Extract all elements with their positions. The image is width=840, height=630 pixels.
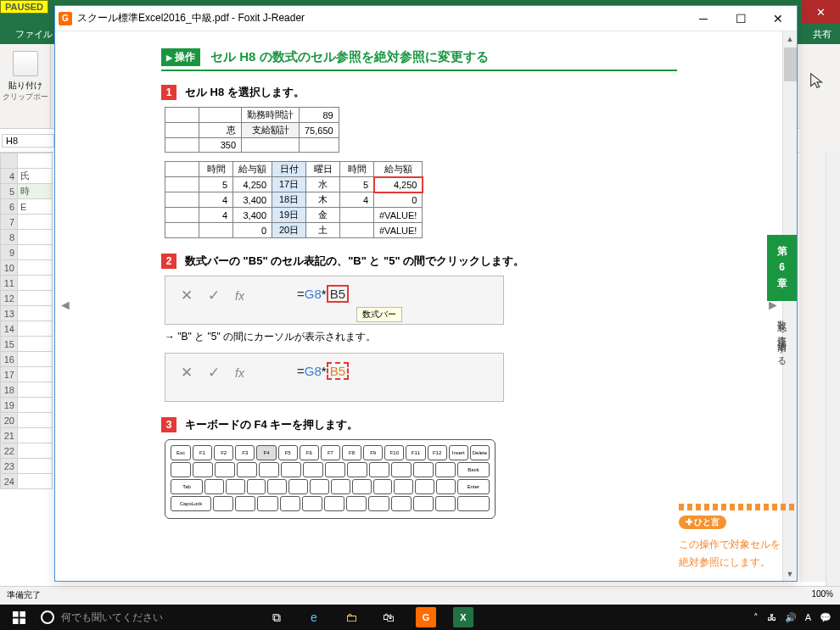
- start-button[interactable]: [0, 605, 37, 630]
- foxit-maximize-button[interactable]: ☐: [722, 6, 759, 31]
- step-text: 数式バーの "B5" のセル表記の、"B" と "5" の間でクリックします。: [185, 254, 524, 269]
- screenshot-table-top: 勤務時間計89 恵支給額計75,650 350: [165, 107, 339, 153]
- confirm-check-icon: ✓: [208, 287, 220, 304]
- paste-label: 貼り付け: [0, 80, 50, 92]
- svg-rect-1: [20, 611, 25, 617]
- formula-bar-screenshot-2: ✕ ✓ fx =G8*B5: [165, 353, 504, 402]
- tray-ime-indicator[interactable]: A: [805, 612, 811, 622]
- key-f9: F9: [363, 445, 383, 460]
- fx-icon: fx: [235, 289, 244, 303]
- foxit-app-icon: G: [59, 12, 72, 25]
- chapter-number-box: 第 6 章: [767, 235, 797, 301]
- screenshot-table-main: 時間 給与額 日付 曜日 時間 給与額 54,25017日水54,250 43,…: [165, 161, 423, 238]
- foxit-body: ◄ ► ▲ ▼ 操作 セル H8 の数式のセル参照を絶対参照に変更する 1 セル…: [55, 31, 797, 581]
- foxit-title: スクール標準Excel2016_中級.pdf - Foxit J-Reader: [77, 11, 685, 25]
- chapter-side-tab: 第 6 章 数式を修正・活用する: [767, 235, 797, 363]
- paste-icon[interactable]: [13, 51, 38, 76]
- formula-bar-screenshot-1: ✕ ✓ fx =G8*B5 数式バー: [165, 276, 504, 325]
- key-f5: F5: [278, 445, 298, 460]
- step-3: 3 キーボードの F4 キーを押します。: [161, 417, 677, 432]
- svg-rect-2: [13, 618, 19, 624]
- key-esc: Esc: [171, 445, 191, 460]
- confirm-check-icon: ✓: [208, 364, 220, 382]
- key-insert: Insert: [449, 445, 468, 460]
- edge-icon[interactable]: e: [295, 605, 333, 630]
- step-number: 3: [161, 417, 176, 432]
- clipboard-group-label: クリップボー: [0, 92, 50, 103]
- key-delete: Delete: [470, 445, 490, 460]
- key-f6: F6: [300, 445, 319, 460]
- clipboard-group: 貼り付け クリップボー: [0, 44, 51, 128]
- excel-close[interactable]: ✕: [802, 0, 840, 24]
- excel-taskbar-icon[interactable]: X: [445, 605, 482, 630]
- cancel-x-icon: ✕: [181, 287, 193, 304]
- foxit-close-button[interactable]: ✕: [759, 6, 797, 31]
- svg-rect-0: [13, 611, 19, 617]
- hint-badge: ひと言: [679, 516, 726, 529]
- task-view-button[interactable]: ⧉: [258, 605, 295, 630]
- cursor-icon: [808, 72, 826, 91]
- svg-rect-3: [20, 618, 25, 624]
- key-f8: F8: [342, 445, 361, 460]
- tray-notifications-icon[interactable]: 💬: [820, 612, 832, 623]
- hint-text: この操作で対象セルを 絶対参照にします。: [679, 536, 794, 572]
- step-number: 2: [161, 254, 176, 269]
- formula-text: =G8*B5: [297, 364, 349, 378]
- cortana-icon: [41, 610, 54, 624]
- key-f11: F11: [406, 445, 425, 460]
- step-text: セル H8 を選択します。: [185, 85, 305, 100]
- operation-title: セル H8 の数式のセル参照を絶対参照に変更する: [210, 49, 489, 65]
- fx-icon: fx: [235, 366, 244, 380]
- hint-decorative-bar: [679, 504, 794, 510]
- foxit-titlebar[interactable]: G スクール標準Excel2016_中級.pdf - Foxit J-Reade…: [55, 6, 797, 31]
- key-f10: F10: [384, 445, 404, 460]
- paused-badge: PAUSED: [0, 0, 48, 14]
- excel-share-button[interactable]: 共有: [804, 24, 840, 44]
- tray-volume-icon[interactable]: 🔊: [785, 612, 797, 623]
- status-ready: 準備完了: [7, 589, 41, 602]
- foxit-taskbar-icon[interactable]: G: [407, 605, 445, 630]
- zoom-level[interactable]: 100%: [811, 589, 833, 602]
- key-f7: F7: [321, 445, 340, 460]
- explorer-icon[interactable]: 🗀: [333, 605, 370, 630]
- foxit-minimize-button[interactable]: ─: [685, 6, 722, 31]
- excel-statusbar: 準備完了 100%: [0, 586, 840, 605]
- windows-taskbar[interactable]: 何でも聞いてください ⧉ e 🗀 🛍 G X ˄ 🖧 🔊 A 💬: [0, 605, 840, 630]
- step-text: キーボードの F4 キーを押します。: [185, 417, 358, 432]
- key-f2: F2: [214, 445, 233, 460]
- scroll-thumb[interactable]: [784, 47, 797, 81]
- operation-badge: 操作: [161, 48, 200, 66]
- formula-text: =G8*B5: [297, 287, 349, 301]
- search-placeholder: 何でも聞いてください: [61, 610, 163, 625]
- arrow-note: → "B" と "5" の間にカーソルが表示されます。: [165, 330, 677, 344]
- system-tray[interactable]: ˄ 🖧 🔊 A 💬: [753, 612, 840, 623]
- key-f3: F3: [235, 445, 255, 460]
- formula-bar-tooltip: 数式バー: [356, 307, 402, 322]
- tray-chevron-icon[interactable]: ˄: [753, 612, 759, 623]
- operation-header: 操作 セル H8 の数式のセル参照を絶対参照に変更する: [161, 48, 677, 71]
- name-box[interactable]: H8: [2, 134, 54, 148]
- key-f12: F12: [428, 445, 447, 460]
- excel-sheet-area[interactable]: 4氏 5時 6E 7 8 9 10 11 12 13 14 15 16 17 1…: [0, 153, 53, 489]
- selected-cell-h8: 4,250: [374, 177, 423, 192]
- step-1: 1 セル H8 を選択します。: [161, 85, 677, 100]
- key-f4-highlighted: F4: [256, 445, 276, 460]
- chapter-subtitle: 数式を修正・活用する: [776, 313, 788, 363]
- store-icon[interactable]: 🛍: [370, 605, 407, 630]
- step-2: 2 数式バーの "B5" のセル表記の、"B" と "5" の間でクリックします…: [161, 254, 677, 269]
- scroll-up-icon[interactable]: ▲: [783, 31, 797, 46]
- cortana-search[interactable]: 何でも聞いてください: [37, 610, 258, 625]
- keyboard-diagram: Esc F1 F2 F3 F4 F5 F6 F7 F8 F9 F10 F11 F…: [165, 439, 496, 519]
- step-number: 1: [161, 85, 176, 100]
- key-f1: F1: [193, 445, 212, 460]
- tray-network-icon[interactable]: 🖧: [767, 612, 776, 622]
- foxit-window: G スクール標準Excel2016_中級.pdf - Foxit J-Reade…: [54, 5, 798, 582]
- prev-page-arrow[interactable]: ◄: [59, 298, 70, 315]
- hint-box: ひと言 この操作で対象セルを 絶対参照にします。: [679, 504, 794, 572]
- document-content: 操作 セル H8 の数式のセル参照を絶対参照に変更する 1 セル H8 を選択し…: [72, 31, 766, 581]
- excel-vscroll[interactable]: [826, 153, 840, 588]
- cancel-x-icon: ✕: [181, 364, 193, 382]
